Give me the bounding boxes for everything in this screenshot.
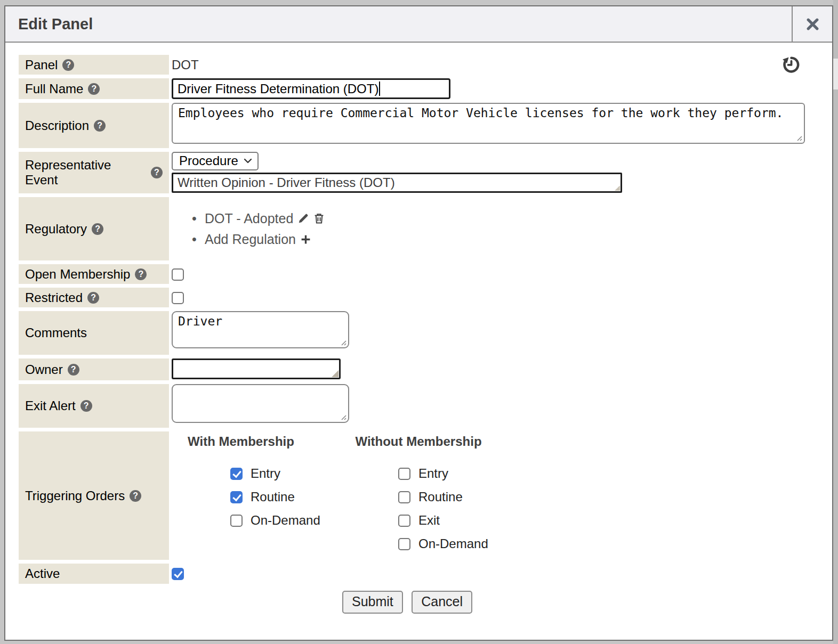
regulation-list-item: DOT - Adopted	[205, 211, 811, 226]
description-value: Employees who require Commercial Motor V…	[178, 106, 783, 120]
full-name-row: Full Name ? Driver Fitness Determination…	[19, 78, 811, 99]
with-routine-option: Routine	[172, 490, 310, 504]
without-routine-option: Routine	[350, 490, 487, 504]
active-checkbox[interactable]	[172, 568, 184, 580]
without-membership-header: Without Membership	[350, 434, 487, 449]
submit-button[interactable]: Submit	[342, 591, 403, 614]
description-label-cell: Description ?	[19, 103, 169, 148]
open-membership-checkbox[interactable]	[172, 268, 184, 281]
restricted-row: Restricted ?	[19, 288, 811, 307]
resize-grip-icon[interactable]	[340, 413, 347, 420]
without-exit-checkbox[interactable]	[398, 515, 410, 527]
cancel-button[interactable]: Cancel	[412, 591, 472, 614]
without-on-demand-checkbox[interactable]	[398, 538, 410, 550]
description-row: Description ? Employees who require Comm…	[19, 103, 811, 148]
resize-grip-icon[interactable]	[340, 339, 347, 346]
open-membership-row: Open Membership ?	[19, 264, 811, 284]
text-cursor	[379, 81, 380, 96]
without-entry-checkbox[interactable]	[398, 468, 410, 480]
checkbox-label: Entry	[251, 466, 280, 481]
regulatory-help-icon[interactable]: ?	[92, 223, 103, 235]
add-regulation-link[interactable]: Add Regulation	[205, 232, 296, 247]
event-type-select[interactable]: Procedure	[172, 152, 259, 170]
dialog-title: Edit Panel	[5, 6, 792, 42]
with-on-demand-checkbox[interactable]	[230, 515, 243, 527]
triggering-orders-row: Triggering Orders ? With Membership Entr…	[19, 431, 811, 560]
exit-alert-textarea[interactable]	[172, 384, 349, 423]
owner-label-cell: Owner ?	[19, 358, 169, 380]
form-actions: Submit Cancel	[19, 591, 811, 614]
checkbox-label: On-Demand	[251, 513, 320, 528]
background-scrollbar[interactable]	[833, 0, 838, 644]
triggering-orders-label: Triggering Orders	[25, 488, 125, 503]
without-membership-column: Without Membership Entry Routine Exit	[350, 434, 487, 560]
restricted-label: Restricted	[25, 290, 83, 305]
description-textarea[interactable]: Employees who require Commercial Motor V…	[172, 103, 805, 144]
comments-label: Comments	[25, 325, 87, 340]
plus-icon[interactable]	[300, 234, 311, 245]
edit-pencil-icon[interactable]	[297, 213, 309, 224]
checkbox-label: Routine	[418, 490, 463, 504]
delete-trash-icon[interactable]	[313, 213, 325, 224]
panel-label: Panel	[25, 58, 58, 72]
representative-event-value: Written Opinion - Driver Fitness (DOT)	[178, 175, 395, 190]
history-icon[interactable]	[781, 55, 801, 75]
event-type-selected: Procedure	[179, 153, 238, 168]
checkbox-label: Exit	[418, 513, 440, 528]
exit-alert-help-icon[interactable]: ?	[80, 400, 92, 412]
with-on-demand-option: On-Demand	[172, 513, 310, 528]
with-entry-option: Entry	[172, 466, 310, 481]
background-scrollbar-thumb	[833, 59, 838, 89]
checkbox-label: Entry	[418, 466, 448, 481]
exit-alert-label-cell: Exit Alert ?	[19, 384, 169, 428]
regulation-text: DOT - Adopted	[205, 211, 293, 226]
regulatory-label-cell: Regulatory ?	[19, 197, 169, 260]
with-routine-checkbox[interactable]	[230, 491, 243, 503]
checkbox-label: On-Demand	[418, 536, 488, 551]
restricted-help-icon[interactable]: ?	[87, 292, 99, 304]
exit-alert-label: Exit Alert	[25, 398, 76, 413]
open-membership-label-cell: Open Membership ?	[19, 264, 169, 284]
description-help-icon[interactable]: ?	[94, 120, 106, 132]
comments-value: Driver	[178, 314, 222, 328]
without-on-demand-option: On-Demand	[350, 536, 487, 551]
panel-help-icon[interactable]: ?	[62, 59, 74, 71]
open-membership-help-icon[interactable]: ?	[135, 268, 147, 280]
resize-corner	[332, 370, 339, 377]
triggering-orders-label-cell: Triggering Orders ?	[19, 431, 169, 560]
regulatory-label: Regulatory	[25, 222, 87, 237]
with-entry-checkbox[interactable]	[230, 468, 243, 480]
edit-panel-dialog: Edit Panel Panel ? DOT	[4, 5, 833, 641]
triggering-orders-help-icon[interactable]: ?	[130, 490, 141, 502]
regulatory-row: Regulatory ? DOT - Adopted	[19, 197, 811, 260]
restricted-checkbox[interactable]	[172, 292, 184, 304]
full-name-label-cell: Full Name ?	[19, 78, 169, 99]
panel-value: DOT	[172, 58, 199, 72]
add-regulation-item: Add Regulation	[205, 232, 811, 247]
panel-label-cell: Panel ?	[19, 55, 169, 75]
close-button[interactable]	[792, 6, 832, 42]
without-routine-checkbox[interactable]	[398, 491, 410, 503]
owner-help-icon[interactable]: ?	[68, 364, 79, 376]
chevron-down-icon	[244, 158, 252, 164]
active-label: Active	[25, 566, 60, 581]
comments-row: Comments Driver	[19, 311, 811, 355]
owner-label: Owner	[25, 362, 63, 377]
edit-panel-form: Panel ? DOT Full Name ?	[5, 43, 832, 635]
resize-corner	[615, 185, 620, 191]
full-name-input[interactable]: Driver Fitness Determination (DOT)	[172, 78, 450, 99]
checkbox-label: Routine	[251, 490, 295, 504]
owner-input[interactable]	[172, 358, 341, 379]
active-row: Active	[19, 564, 811, 584]
representative-event-help-icon[interactable]: ?	[151, 167, 163, 178]
restricted-label-cell: Restricted ?	[19, 288, 169, 307]
active-label-cell: Active	[19, 564, 169, 584]
resize-grip-icon[interactable]	[795, 134, 802, 141]
full-name-help-icon[interactable]: ?	[88, 83, 100, 95]
representative-event-input[interactable]: Written Opinion - Driver Fitness (DOT)	[172, 173, 622, 193]
without-entry-option: Entry	[350, 466, 487, 481]
comments-textarea[interactable]: Driver	[172, 311, 349, 348]
panel-row: Panel ? DOT	[19, 55, 811, 75]
full-name-value: Driver Fitness Determination (DOT)	[178, 81, 378, 96]
without-exit-option: Exit	[350, 513, 487, 528]
